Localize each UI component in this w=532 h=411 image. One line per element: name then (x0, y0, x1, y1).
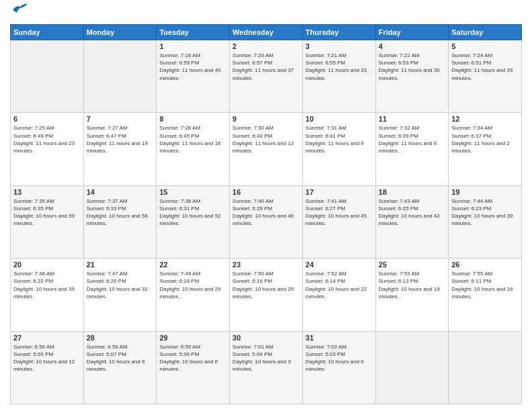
header (10, 7, 522, 19)
day-number: 9 (232, 115, 300, 123)
cell-details: Sunrise: 7:22 AM Sunset: 6:53 PM Dayligh… (379, 52, 446, 82)
cell-details: Sunrise: 7:32 AM Sunset: 6:39 PM Dayligh… (379, 124, 446, 154)
day-number: 2 (232, 42, 300, 50)
day-number: 18 (379, 188, 446, 196)
weekday-header-tuesday: Tuesday (157, 25, 230, 40)
calendar-cell: 19Sunrise: 7:44 AM Sunset: 6:23 PM Dayli… (449, 185, 522, 258)
day-number: 14 (87, 188, 154, 196)
calendar-cell: 15Sunrise: 7:38 AM Sunset: 6:31 PM Dayli… (157, 185, 230, 258)
cell-details: Sunrise: 7:44 AM Sunset: 6:23 PM Dayligh… (451, 197, 519, 228)
day-number: 24 (306, 261, 373, 269)
calendar-cell: 28Sunrise: 6:58 AM Sunset: 5:07 PM Dayli… (83, 331, 157, 404)
day-number: 28 (87, 334, 154, 342)
calendar-cell: 6Sunrise: 7:25 AM Sunset: 6:49 PM Daylig… (11, 113, 84, 185)
cell-details: Sunrise: 7:30 AM Sunset: 6:43 PM Dayligh… (232, 124, 300, 154)
day-number: 15 (159, 188, 226, 196)
day-number: 27 (13, 334, 81, 342)
cell-details: Sunrise: 7:34 AM Sunset: 6:37 PM Dayligh… (451, 124, 519, 154)
weekday-header-wednesday: Wednesday (230, 25, 303, 40)
calendar-cell: 26Sunrise: 7:55 AM Sunset: 6:11 PM Dayli… (449, 259, 522, 331)
calendar-cell (449, 331, 522, 404)
calendar-cell: 2Sunrise: 7:20 AM Sunset: 6:57 PM Daylig… (230, 40, 303, 113)
day-number: 11 (379, 115, 446, 123)
calendar-cell: 24Sunrise: 7:52 AM Sunset: 6:14 PM Dayli… (302, 259, 375, 331)
week-row-5: 27Sunrise: 6:56 AM Sunset: 5:09 PM Dayli… (11, 331, 522, 404)
logo-bird-icon (13, 3, 28, 14)
day-number: 13 (13, 188, 81, 196)
calendar-cell: 12Sunrise: 7:34 AM Sunset: 6:37 PM Dayli… (449, 113, 522, 185)
cell-details: Sunrise: 7:20 AM Sunset: 6:57 PM Dayligh… (232, 52, 300, 82)
day-number: 20 (13, 261, 81, 269)
week-row-3: 13Sunrise: 7:35 AM Sunset: 6:35 PM Dayli… (11, 185, 522, 258)
calendar-cell: 3Sunrise: 7:21 AM Sunset: 6:55 PM Daylig… (302, 40, 375, 113)
logo (10, 7, 28, 19)
day-number: 1 (159, 42, 226, 50)
cell-details: Sunrise: 6:56 AM Sunset: 5:09 PM Dayligh… (13, 343, 81, 373)
cell-details: Sunrise: 6:59 AM Sunset: 5:06 PM Dayligh… (159, 343, 226, 373)
calendar-cell: 7Sunrise: 7:27 AM Sunset: 6:47 PM Daylig… (83, 113, 157, 185)
week-row-2: 6Sunrise: 7:25 AM Sunset: 6:49 PM Daylig… (11, 113, 522, 185)
weekday-header-thursday: Thursday (302, 25, 375, 40)
cell-details: Sunrise: 7:01 AM Sunset: 5:04 PM Dayligh… (232, 343, 300, 373)
calendar-cell: 10Sunrise: 7:31 AM Sunset: 6:41 PM Dayli… (302, 113, 375, 185)
week-row-4: 20Sunrise: 7:46 AM Sunset: 6:22 PM Dayli… (11, 259, 522, 331)
cell-details: Sunrise: 7:40 AM Sunset: 6:29 PM Dayligh… (232, 197, 300, 228)
calendar-cell: 29Sunrise: 6:59 AM Sunset: 5:06 PM Dayli… (157, 331, 230, 404)
calendar-cell: 11Sunrise: 7:32 AM Sunset: 6:39 PM Dayli… (375, 113, 449, 185)
calendar-cell (83, 40, 157, 113)
cell-details: Sunrise: 7:46 AM Sunset: 6:22 PM Dayligh… (13, 270, 81, 300)
cell-details: Sunrise: 7:25 AM Sunset: 6:49 PM Dayligh… (13, 124, 81, 154)
cell-details: Sunrise: 7:02 AM Sunset: 5:03 PM Dayligh… (306, 343, 373, 373)
calendar-cell: 5Sunrise: 7:24 AM Sunset: 6:51 PM Daylig… (449, 40, 522, 113)
calendar-cell: 16Sunrise: 7:40 AM Sunset: 6:29 PM Dayli… (230, 185, 303, 258)
day-number: 7 (87, 115, 154, 123)
calendar-cell: 14Sunrise: 7:37 AM Sunset: 6:33 PM Dayli… (83, 185, 157, 258)
cell-details: Sunrise: 7:21 AM Sunset: 6:55 PM Dayligh… (306, 52, 373, 82)
calendar-cell: 1Sunrise: 7:18 AM Sunset: 6:59 PM Daylig… (157, 40, 230, 113)
calendar-cell: 8Sunrise: 7:28 AM Sunset: 6:45 PM Daylig… (157, 113, 230, 185)
day-number: 17 (306, 188, 373, 196)
calendar-cell: 4Sunrise: 7:22 AM Sunset: 6:53 PM Daylig… (375, 40, 449, 113)
week-row-1: 1Sunrise: 7:18 AM Sunset: 6:59 PM Daylig… (11, 40, 522, 113)
calendar-cell (375, 331, 449, 404)
day-number: 26 (451, 261, 519, 269)
weekday-header-saturday: Saturday (449, 25, 522, 40)
cell-details: Sunrise: 7:31 AM Sunset: 6:41 PM Dayligh… (306, 124, 373, 154)
day-number: 5 (451, 42, 519, 50)
cell-details: Sunrise: 7:53 AM Sunset: 6:13 PM Dayligh… (379, 270, 446, 300)
day-number: 12 (451, 115, 519, 123)
weekday-header-row: SundayMondayTuesdayWednesdayThursdayFrid… (11, 25, 522, 40)
day-number: 23 (232, 261, 300, 269)
calendar-cell: 13Sunrise: 7:35 AM Sunset: 6:35 PM Dayli… (11, 185, 84, 258)
cell-details: Sunrise: 7:55 AM Sunset: 6:11 PM Dayligh… (451, 270, 519, 300)
calendar-cell: 20Sunrise: 7:46 AM Sunset: 6:22 PM Dayli… (11, 259, 84, 331)
page: SundayMondayTuesdayWednesdayThursdayFrid… (0, 0, 532, 411)
cell-details: Sunrise: 7:28 AM Sunset: 6:45 PM Dayligh… (159, 124, 226, 154)
cell-details: Sunrise: 7:41 AM Sunset: 6:27 PM Dayligh… (306, 197, 373, 228)
cell-details: Sunrise: 7:37 AM Sunset: 6:33 PM Dayligh… (87, 197, 154, 228)
weekday-header-sunday: Sunday (11, 25, 84, 40)
calendar-cell: 18Sunrise: 7:43 AM Sunset: 6:25 PM Dayli… (375, 185, 449, 258)
cell-details: Sunrise: 7:43 AM Sunset: 6:25 PM Dayligh… (379, 197, 446, 228)
calendar-cell: 31Sunrise: 7:02 AM Sunset: 5:03 PM Dayli… (302, 331, 375, 404)
cell-details: Sunrise: 7:24 AM Sunset: 6:51 PM Dayligh… (451, 52, 519, 82)
calendar-cell: 25Sunrise: 7:53 AM Sunset: 6:13 PM Dayli… (375, 259, 449, 331)
day-number: 4 (379, 42, 446, 50)
calendar-cell: 23Sunrise: 7:50 AM Sunset: 6:16 PM Dayli… (230, 259, 303, 331)
day-number: 19 (451, 188, 519, 196)
calendar-cell: 27Sunrise: 6:56 AM Sunset: 5:09 PM Dayli… (11, 331, 84, 404)
cell-details: Sunrise: 7:52 AM Sunset: 6:14 PM Dayligh… (306, 270, 373, 300)
cell-details: Sunrise: 7:49 AM Sunset: 6:18 PM Dayligh… (159, 270, 226, 300)
cell-details: Sunrise: 7:38 AM Sunset: 6:31 PM Dayligh… (159, 197, 226, 228)
day-number: 30 (232, 334, 300, 342)
day-number: 8 (159, 115, 226, 123)
calendar-cell (11, 40, 84, 113)
calendar-cell: 17Sunrise: 7:41 AM Sunset: 6:27 PM Dayli… (302, 185, 375, 258)
cell-details: Sunrise: 7:35 AM Sunset: 6:35 PM Dayligh… (13, 197, 81, 228)
day-number: 16 (232, 188, 300, 196)
day-number: 22 (159, 261, 226, 269)
cell-details: Sunrise: 7:50 AM Sunset: 6:16 PM Dayligh… (232, 270, 300, 300)
day-number: 31 (306, 334, 373, 342)
calendar-cell: 9Sunrise: 7:30 AM Sunset: 6:43 PM Daylig… (230, 113, 303, 185)
day-number: 21 (87, 261, 154, 269)
